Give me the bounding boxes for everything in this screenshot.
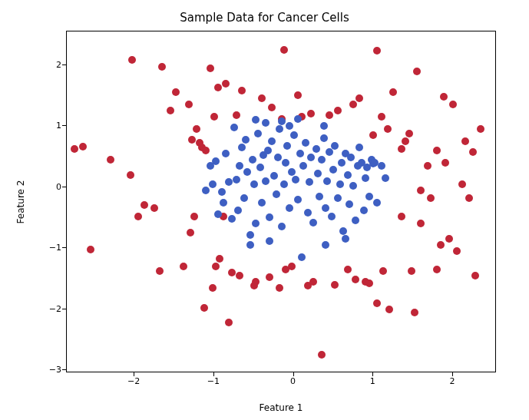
data-point: [288, 263, 296, 270]
data-point: [180, 263, 187, 270]
data-point: [250, 180, 258, 188]
data-point: [134, 213, 142, 220]
data-point: [276, 125, 283, 133]
data-point: [382, 174, 389, 182]
data-point: [318, 351, 326, 359]
data-point: [222, 80, 230, 88]
data-point: [294, 115, 302, 123]
data-point: [320, 122, 328, 130]
data-point: [360, 207, 368, 214]
data-point: [365, 193, 373, 200]
data-point: [190, 213, 198, 220]
data-point: [338, 159, 346, 167]
data-point: [362, 174, 369, 182]
data-point: [344, 171, 352, 179]
data-point: [107, 156, 114, 164]
data-point: [230, 124, 238, 131]
data-point: [128, 56, 136, 64]
data-point: [316, 193, 323, 200]
data-point: [320, 134, 328, 142]
axes: [66, 31, 496, 372]
data-point: [240, 194, 248, 202]
data-point: [445, 235, 453, 243]
data-point: [369, 131, 377, 139]
data-point: [286, 122, 293, 130]
chart-title: Sample Data for Cancer Cells: [0, 11, 529, 25]
data-point: [453, 247, 461, 255]
data-point: [379, 267, 387, 275]
y-tick-mark: [62, 187, 66, 187]
y-tick-label: 1: [38, 121, 61, 131]
y-axis-label: Feature 2: [14, 31, 28, 372]
data-point: [477, 125, 484, 133]
data-point: [441, 159, 449, 167]
data-point: [87, 246, 94, 253]
data-point: [352, 276, 359, 283]
data-point: [424, 162, 431, 170]
data-point: [411, 309, 418, 316]
data-point: [449, 101, 457, 108]
data-point: [304, 209, 312, 217]
x-tick-label: 1: [370, 376, 375, 386]
data-point: [238, 144, 246, 151]
data-point: [433, 147, 441, 154]
data-point: [292, 176, 299, 184]
data-point: [398, 145, 405, 153]
data-point: [408, 267, 415, 275]
data-point: [268, 137, 276, 145]
data-point: [156, 267, 164, 275]
data-point: [329, 166, 337, 174]
data-point: [276, 284, 283, 292]
data-point: [220, 199, 227, 207]
data-point: [266, 273, 273, 281]
data-point: [212, 157, 220, 165]
data-point: [355, 144, 363, 151]
data-point: [398, 213, 405, 220]
data-point: [252, 116, 260, 124]
data-point: [252, 220, 260, 227]
data-point: [405, 130, 413, 137]
data-point: [373, 299, 381, 307]
data-point: [278, 117, 286, 125]
data-point: [471, 272, 479, 279]
data-point: [187, 229, 194, 236]
data-point: [193, 125, 200, 133]
data-point: [306, 178, 313, 186]
data-point: [331, 281, 339, 289]
data-point: [298, 253, 306, 261]
data-point: [389, 88, 397, 96]
data-point: [150, 204, 158, 212]
data-point: [280, 180, 288, 188]
data-point: [378, 113, 385, 121]
data-point: [402, 137, 409, 145]
data-point: [233, 176, 240, 184]
data-point: [274, 154, 282, 161]
data-point: [225, 319, 233, 326]
data-point: [342, 235, 349, 243]
y-tick-mark: [62, 369, 66, 370]
data-point: [290, 131, 298, 139]
y-tick-label: 0: [38, 181, 61, 191]
data-point: [243, 168, 251, 176]
data-point: [334, 107, 342, 114]
data-point: [349, 182, 357, 190]
data-point: [302, 139, 309, 147]
data-point: [307, 154, 315, 161]
data-point: [214, 84, 222, 91]
y-tick-mark: [62, 247, 66, 248]
x-tick-label: 2: [449, 376, 455, 386]
data-point: [282, 159, 289, 167]
data-point: [288, 168, 296, 176]
data-point: [294, 91, 302, 99]
data-point: [202, 147, 210, 154]
data-point: [228, 269, 236, 276]
data-point: [433, 266, 441, 273]
data-point: [339, 227, 347, 235]
data-point: [322, 204, 329, 212]
data-point: [268, 104, 276, 111]
data-point: [461, 137, 469, 145]
y-tick-label: −3: [38, 365, 61, 375]
data-point: [222, 150, 230, 157]
data-point: [207, 64, 214, 72]
y-tick-mark: [62, 64, 66, 65]
